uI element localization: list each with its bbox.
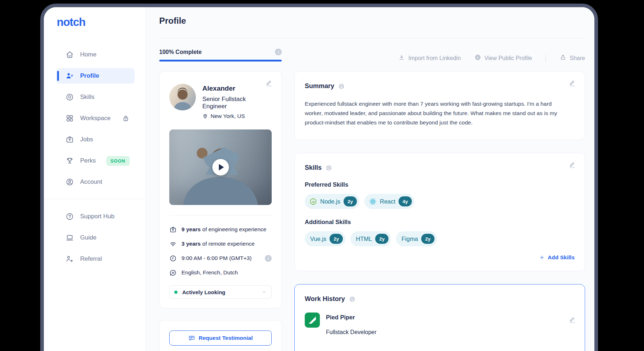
workspace-grid-icon	[65, 114, 74, 123]
pied-piper-logo	[305, 313, 320, 328]
sidebar-item-label: Account	[80, 178, 102, 186]
profile-location: New York, US	[211, 113, 245, 119]
info-icon[interactable]: i	[265, 255, 272, 262]
edit-work-history-icon[interactable]	[569, 316, 576, 325]
sidebar-item-label: Workspace	[80, 115, 111, 122]
profile-progress: 100% Complete i	[159, 49, 282, 61]
nodejs-icon: JS	[309, 198, 317, 205]
job-title: Fullstack Developer	[326, 329, 377, 336]
share-button[interactable]: Share	[560, 54, 585, 62]
briefcase-icon	[169, 226, 177, 233]
sidebar-item-referral[interactable]: Referral	[56, 251, 135, 267]
remote-experience-row: 3 years of remote experience	[169, 239, 272, 249]
years-badge: 2y	[330, 234, 343, 244]
clock-icon	[169, 255, 177, 262]
share-icon	[560, 54, 566, 62]
page-title: Profile	[159, 16, 585, 26]
sidebar-item-label: Skills	[80, 94, 95, 101]
user-icon	[65, 72, 74, 80]
summary-title: Summary	[305, 82, 334, 90]
edit-profile-icon[interactable]	[265, 79, 273, 88]
header-actions: Import from Linkedin View Public Profile…	[398, 54, 585, 62]
sidebar-item-perks[interactable]: Perks SOON	[56, 153, 135, 169]
request-testimonial-button[interactable]: Request Testimonial	[169, 331, 272, 346]
chevron-down-icon	[262, 290, 267, 295]
sidebar-divider	[44, 199, 146, 199]
edit-skills-icon[interactable]	[569, 161, 576, 170]
edit-summary-icon[interactable]	[569, 79, 576, 88]
lock-icon	[122, 114, 130, 122]
preferred-skills-label: Preferred Skills	[305, 181, 575, 188]
sidebar-item-label: Referral	[80, 255, 102, 263]
years-badge: 2y	[344, 196, 357, 206]
progress-bar	[159, 60, 282, 61]
sidebar-item-label: Perks	[80, 157, 96, 164]
main-content: Profile Import from Linkedin View Public…	[146, 7, 594, 351]
sidebar-item-home[interactable]: Home	[56, 47, 135, 63]
sidebar-item-skills[interactable]: Skills	[56, 89, 135, 105]
info-icon[interactable]: i	[275, 49, 282, 55]
sidebar-item-profile[interactable]: Profile	[56, 68, 135, 84]
company-name: Pied Piper	[326, 313, 377, 321]
profile-card: Alexander Senior Fullstack Engineer New …	[159, 71, 282, 309]
translate-globe-icon	[326, 165, 332, 171]
work-history-entry: Pied Piper Fullstack Developer	[305, 313, 575, 336]
progress-label: 100% Complete	[159, 49, 202, 55]
years-badge: 2y	[421, 234, 434, 244]
avatar	[169, 84, 196, 110]
question-circle-icon	[65, 212, 74, 221]
languages-row: English, French, Dutch	[169, 268, 272, 277]
sidebar-item-jobs[interactable]: Jobs	[56, 132, 135, 147]
page-header: Profile	[159, 7, 585, 38]
translate-globe-icon	[349, 296, 355, 302]
work-history-card: Work History Pied Piper Fullstack Develo…	[294, 284, 585, 351]
card-divider	[169, 215, 272, 216]
skill-pill-figma: Figma 2y	[396, 231, 437, 246]
profile-name: Alexander	[202, 84, 272, 92]
download-icon	[398, 54, 405, 62]
status-label: Actively Looking	[182, 289, 225, 295]
work-history-title: Work History	[305, 295, 345, 303]
sidebar-item-label: Guide	[80, 234, 96, 241]
sidebar-item-account[interactable]: Account	[56, 174, 135, 190]
play-button-icon[interactable]	[212, 159, 229, 176]
status-dot-icon	[174, 291, 178, 294]
add-skills-button[interactable]: Add Skills	[539, 254, 575, 261]
brand-logo: notch	[57, 16, 146, 29]
profile-role: Senior Fullstack Engineer	[202, 96, 272, 110]
sidebar-item-label: Jobs	[80, 136, 93, 143]
globe-icon	[474, 54, 481, 62]
translate-globe-icon	[338, 83, 345, 90]
account-circle-icon	[65, 178, 74, 186]
guide-icon	[65, 233, 74, 242]
skill-pill-html: HTML 2y	[350, 231, 391, 246]
skill-pill-react: React 4y	[364, 194, 414, 209]
intro-video	[169, 129, 272, 205]
sidebar-item-support-hub[interactable]: Support Hub	[56, 209, 135, 224]
experience-row: 9 years of engineering experience	[169, 225, 272, 234]
language-icon	[169, 269, 177, 277]
sidebar-item-label: Profile	[80, 72, 99, 79]
import-from-linkedin-button[interactable]: Import from Linkedin	[398, 54, 461, 62]
svg-text:JS: JS	[312, 200, 315, 203]
preferred-skills-row: JS Node.js 2y React 4y	[305, 194, 575, 209]
sidebar-item-guide[interactable]: Guide	[56, 230, 135, 246]
view-public-profile-button[interactable]: View Public Profile	[474, 54, 532, 62]
profile-info-list: 9 years of engineering experience 3 year…	[169, 225, 272, 277]
sidebar-item-label: Support Hub	[80, 213, 114, 220]
sidebar-item-workspace[interactable]: Workspace	[56, 110, 135, 126]
testimonial-chat-icon	[188, 335, 195, 342]
years-badge: 4y	[399, 196, 412, 206]
sidebar-nav: Home Profile Skills Workspace	[44, 47, 146, 267]
testimonial-card: Request Testimonial	[159, 320, 282, 351]
additional-skills-label: Additional Skills	[305, 219, 575, 225]
skills-card: Skills Preferred Skills JS Node.js 2y	[294, 153, 585, 271]
wifi-icon	[169, 240, 177, 248]
additional-skills-row: Vue.js 2y HTML 2y Figma 2y	[305, 231, 575, 246]
skill-pill-nodejs: JS Node.js 2y	[305, 194, 359, 209]
referral-icon	[65, 255, 74, 263]
summary-card: Summary Experienced fullstack engineer w…	[294, 71, 585, 140]
location-pin-icon	[202, 113, 208, 119]
availability-status-select[interactable]: Actively Looking	[169, 285, 272, 299]
trophy-icon	[65, 156, 74, 165]
